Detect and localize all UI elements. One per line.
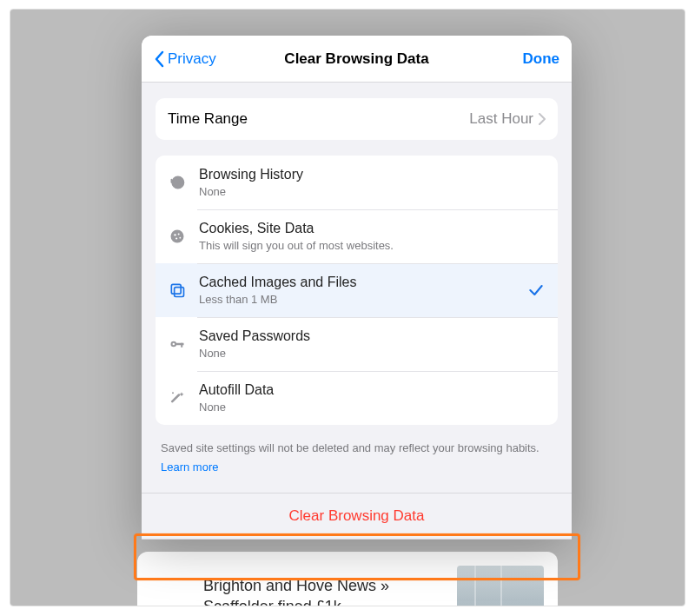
option-subtitle: This will sign you out of most websites. — [199, 239, 514, 253]
data-types-section: Browsing History None Cookies, Site Data… — [156, 156, 558, 425]
clear-browsing-data-sheet: Privacy Clear Browsing Data Done Time Ra… — [142, 36, 572, 540]
option-check — [526, 334, 546, 354]
cookie-icon — [168, 227, 187, 246]
clear-browsing-data-button[interactable]: Clear Browsing Data — [142, 493, 572, 540]
svg-point-11 — [173, 343, 175, 346]
option-subtitle: None — [199, 401, 514, 414]
option-title: Cached Images and Files — [199, 274, 514, 291]
option-check — [526, 227, 546, 246]
svg-rect-6 — [171, 284, 181, 294]
svg-point-5 — [179, 237, 181, 239]
chevron-left-icon — [154, 50, 166, 68]
option-saved-passwords[interactable]: Saved Passwords None — [156, 317, 558, 371]
svg-point-2 — [174, 234, 175, 235]
svg-point-3 — [178, 234, 180, 235]
time-range-label: Time Range — [168, 110, 248, 128]
key-icon — [168, 334, 187, 354]
footer-note: Saved site settings will not be deleted … — [161, 440, 553, 475]
option-check — [526, 388, 546, 407]
svg-point-4 — [175, 237, 177, 239]
history-icon — [168, 173, 187, 192]
time-range-value: Last Hour — [469, 110, 533, 128]
wand-icon — [168, 388, 187, 407]
footer-note-text: Saved site settings will not be deleted … — [161, 441, 539, 454]
time-range-section: Time Range Last Hour — [156, 98, 558, 140]
svg-rect-12 — [171, 394, 181, 403]
option-title: Browsing History — [199, 166, 514, 183]
option-autofill[interactable]: Autofill Data None — [156, 371, 558, 425]
option-browsing-history[interactable]: Browsing History None — [156, 156, 558, 209]
background-article-line2: Scaffolder fined £1k — [203, 598, 341, 606]
option-subtitle: Less than 1 MB — [199, 293, 514, 307]
option-subtitle: None — [199, 347, 514, 361]
option-title: Autofill Data — [199, 381, 514, 399]
svg-point-1 — [171, 230, 184, 243]
back-label: Privacy — [168, 50, 216, 68]
background-article-line1: Brighton and Hove News » — [203, 577, 389, 594]
svg-rect-7 — [175, 288, 184, 297]
option-cached-images[interactable]: Cached Images and Files Less than 1 MB — [156, 263, 558, 317]
option-title: Cookies, Site Data — [199, 220, 514, 237]
time-range-row[interactable]: Time Range Last Hour — [156, 98, 558, 140]
option-check — [526, 173, 546, 192]
background-article-text: Brighton and Hove News » Scaffolder fine… — [151, 575, 440, 606]
option-subtitle: None — [199, 185, 514, 199]
option-title: Saved Passwords — [199, 328, 514, 345]
learn-more-link[interactable]: Learn more — [161, 460, 553, 475]
background-article-card: Brighton and Hove News » Scaffolder fine… — [137, 552, 558, 606]
image-stack-icon — [168, 281, 187, 300]
option-cookies[interactable]: Cookies, Site Data This will sign you ou… — [156, 209, 558, 263]
checkmark-icon — [526, 281, 546, 300]
done-button[interactable]: Done — [523, 50, 560, 68]
back-button[interactable]: Privacy — [154, 50, 216, 68]
svg-rect-10 — [181, 343, 182, 348]
chevron-right-icon — [539, 113, 546, 125]
svg-point-13 — [172, 392, 174, 394]
nav-bar: Privacy Clear Browsing Data Done — [142, 36, 572, 83]
background-article-thumbnail — [457, 566, 544, 606]
